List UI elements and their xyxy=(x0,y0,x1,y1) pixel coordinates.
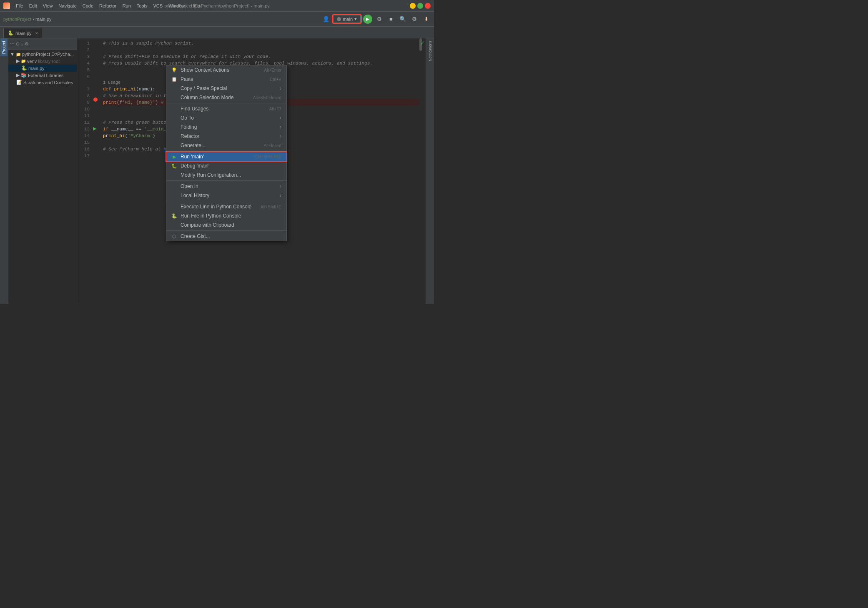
editor-gutter: ▶ xyxy=(92,38,101,304)
tree-item-ext-libs[interactable]: ▶ 📚 External Libraries xyxy=(8,72,77,79)
python-file-icon: 🐍 xyxy=(21,65,27,71)
context-menu: 💡 Show Context Actions Alt+Enter 📋 Paste… xyxy=(166,65,287,241)
menu-run[interactable]: Run xyxy=(120,3,133,9)
menu-view[interactable]: View xyxy=(40,3,55,9)
tree-collapse-icon[interactable]: ⋯ xyxy=(10,41,15,47)
ctx-local-history[interactable]: Local History › xyxy=(166,191,286,200)
window-controls[interactable] xyxy=(410,3,431,9)
minimize-button[interactable] xyxy=(410,3,416,9)
run-config-icon xyxy=(337,17,341,21)
breadcrumb-project[interactable]: pythonProject xyxy=(3,17,31,22)
run-config-selector[interactable]: main ▾ xyxy=(333,15,361,23)
notifications-strip: Notifications xyxy=(426,38,434,304)
checkmark-area: ✓ xyxy=(422,38,426,304)
project-tree-panel: ⋯ ⊙ ⫶ ⚙ ▼ 📁 pythonProject D:\Pycha... ▶ … xyxy=(8,38,77,304)
window-title: pythonProject [D:\Pycharm\pythonProject]… xyxy=(164,3,270,8)
ctx-debug-icon: 🐛 xyxy=(171,163,177,169)
ctx-go-to[interactable]: Go To › xyxy=(166,113,286,123)
ctx-sep-3 xyxy=(166,180,286,181)
editor-tab-main-py[interactable]: 🐍 main.py ✕ xyxy=(3,28,43,38)
no-errors-icon: ✓ xyxy=(420,40,425,46)
ctx-column-mode[interactable]: Column Selection Mode Alt+Shift+Insert xyxy=(166,93,286,102)
tree-arrow-root: ▼ xyxy=(10,52,15,57)
tree-item-root[interactable]: ▼ 📁 pythonProject D:\Pycha... xyxy=(8,51,77,58)
ctx-refactor-arrow: › xyxy=(280,133,281,139)
code-line-3: # Press Shift+F10 to execute it or repla… xyxy=(101,53,419,60)
ctx-generate[interactable]: Generate... Alt+Insert xyxy=(166,141,286,150)
folder-icon-root: 📁 xyxy=(16,52,21,57)
lib-icon: 📚 xyxy=(21,73,27,78)
search-everywhere-button[interactable]: 🔍 xyxy=(398,15,407,24)
user-icon[interactable]: 👤 xyxy=(321,15,331,24)
project-tab[interactable]: Project xyxy=(0,38,8,56)
editor-tab-bar: 🐍 main.py ✕ xyxy=(0,27,434,38)
close-button[interactable] xyxy=(425,3,431,9)
menu-vcs[interactable]: VCS xyxy=(151,3,166,9)
run-config-dropdown[interactable]: ▾ xyxy=(354,16,357,22)
breadcrumb: pythonProject › main.py xyxy=(3,17,52,22)
breakpoint-indicator[interactable] xyxy=(93,98,98,102)
tree-label-scratches: Scratches and Consoles xyxy=(23,80,73,85)
tree-settings-icon[interactable]: ⚙ xyxy=(25,41,29,47)
ctx-history-arrow: › xyxy=(280,193,281,198)
ctx-sep-2 xyxy=(166,151,286,151)
folder-icon-venv: 📁 xyxy=(21,59,26,63)
ctx-run-file-icon: 🐍 xyxy=(171,213,177,219)
debug-button[interactable]: ⚙ xyxy=(375,15,384,24)
notifications-tab[interactable]: Notifications xyxy=(427,38,433,64)
menu-navigate[interactable]: Navigate xyxy=(56,3,79,9)
tree-label-main: main.py xyxy=(28,66,45,71)
ctx-goto-arrow: › xyxy=(280,115,281,121)
tree-item-venv[interactable]: ▶ 📁 venv library root xyxy=(8,58,77,65)
tree-label-ext: External Libraries xyxy=(28,73,64,78)
ctx-create-gist[interactable]: ⬡ Create Gist... xyxy=(166,232,286,241)
ctx-copy-paste-special[interactable]: Copy / Paste Special › xyxy=(166,84,286,93)
run-button[interactable]: ▶ xyxy=(363,15,372,24)
settings-button[interactable]: ⚙ xyxy=(410,15,419,24)
menu-file[interactable]: File xyxy=(13,3,26,9)
tree-expand-icon[interactable]: ⫶ xyxy=(21,42,23,47)
tree-item-scratches[interactable]: 📝 Scratches and Consoles xyxy=(8,79,77,86)
toolbar: pythonProject › main.py 👤 main ▾ ▶ ⚙ ■ 🔍… xyxy=(0,12,434,27)
ctx-folding[interactable]: Folding › xyxy=(166,123,286,132)
stop-button[interactable]: ■ xyxy=(386,15,396,24)
ide-update-button[interactable]: ⬇ xyxy=(421,15,431,24)
ctx-modify-run-config[interactable]: Modify Run Configuration... xyxy=(166,170,286,180)
ctx-run-file-console[interactable]: 🐍 Run File in Python Console xyxy=(166,211,286,220)
ctx-execute-line[interactable]: Execute Line in Python Console Alt+Shift… xyxy=(166,202,286,211)
ctx-sep-5 xyxy=(166,230,286,231)
tree-item-main-py[interactable]: 🐍 main.py xyxy=(8,65,77,72)
toolbar-right: 👤 main ▾ ▶ ⚙ ■ 🔍 ⚙ ⬇ xyxy=(321,15,431,24)
tree-sync-icon[interactable]: ⊙ xyxy=(16,41,20,47)
ctx-run-main[interactable]: ▶ Run 'main' Ctrl+Shift+F10 xyxy=(166,152,286,161)
tree-toolbar: ⋯ ⊙ ⫶ ⚙ xyxy=(8,38,77,50)
tree-arrow-venv: ▶ xyxy=(16,58,20,64)
ctx-paste-icon: 📋 xyxy=(171,77,177,82)
ctx-compare-clipboard[interactable]: Compare with Clipboard xyxy=(166,220,286,230)
editor-scrollbar[interactable] xyxy=(419,38,422,304)
ctx-refactor[interactable]: Refactor › xyxy=(166,132,286,141)
tab-file-icon: 🐍 xyxy=(8,30,14,36)
ctx-open-in[interactable]: Open In › xyxy=(166,182,286,191)
ctx-find-usages[interactable]: Find Usages Alt+F7 xyxy=(166,104,286,113)
ctx-debug-main[interactable]: 🐛 Debug 'main' xyxy=(166,161,286,170)
tab-filename: main.py xyxy=(15,31,32,36)
line-numbers: 12345 6 7891011 12131415 1617 xyxy=(77,38,92,304)
ctx-sep-1 xyxy=(166,103,286,103)
menu-edit[interactable]: Edit xyxy=(27,3,40,9)
ctx-sep-4 xyxy=(166,201,286,201)
code-line-1: # This is a sample Python script. xyxy=(101,40,419,47)
menu-code[interactable]: Code xyxy=(80,3,96,9)
menu-refactor[interactable]: Refactor xyxy=(97,3,119,9)
title-bar: File Edit View Navigate Code Refactor Ru… xyxy=(0,0,434,12)
ctx-paste[interactable]: 📋 Paste Ctrl+V xyxy=(166,75,286,84)
menu-tools[interactable]: Tools xyxy=(134,3,150,9)
ctx-bulb-icon: 💡 xyxy=(171,68,177,73)
maximize-button[interactable] xyxy=(417,3,423,9)
ctx-show-context-actions[interactable]: 💡 Show Context Actions Alt+Enter xyxy=(166,65,286,75)
tab-close-button[interactable]: ✕ xyxy=(35,31,38,35)
tree-label-venv: venv library root xyxy=(27,59,60,64)
breadcrumb-file[interactable]: main.py xyxy=(35,17,52,22)
scratch-icon: 📝 xyxy=(16,80,22,85)
run-arrow-indicator: ▶ xyxy=(93,125,96,132)
